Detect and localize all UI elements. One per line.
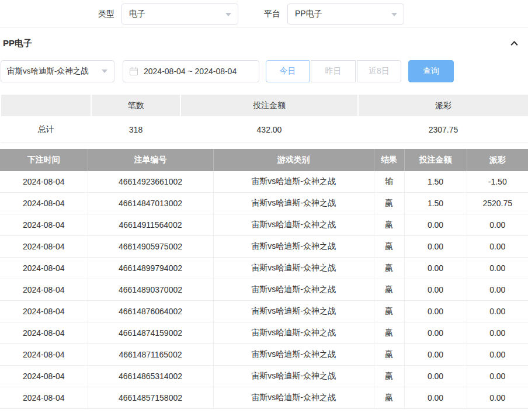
type-select[interactable]: 电子 [121,4,238,25]
payout-cell: 0.00 [467,387,528,409]
bet-time-cell: 2024-08-04 [0,366,88,387]
result-cell: 赢 [374,236,404,258]
summary-header-count: 笔数 [91,95,180,117]
bet-time-cell: 2024-08-04 [0,344,88,366]
chevron-down-icon [391,13,397,16]
table-row: 2024-08-04 46614857158002 宙斯vs哈迪斯-众神之战 赢… [0,387,528,409]
summary-header-row: 笔数 投注金额 派彩 [1,95,528,117]
game-type-cell: 宙斯vs哈迪斯-众神之战 [213,301,374,322]
order-id-cell: 46614847013002 [88,193,213,214]
header-payout: 派彩 [467,149,528,171]
payout-cell: 0.00 [467,344,528,366]
date-range-value: 2024-08-04 ~ 2024-08-04 [144,67,237,76]
game-type-cell: 宙斯vs哈迪斯-众神之战 [213,344,374,366]
result-cell: 赢 [374,279,404,301]
payout-cell: 0.00 [467,214,528,236]
order-id-cell: 46614905975002 [88,236,213,258]
header-game-type: 游戏类别 [213,149,374,171]
bet-amount-cell: 0.00 [404,236,467,258]
type-label: 类型 [98,9,114,19]
game-type-cell: 宙斯vs哈迪斯-众神之战 [213,322,374,344]
bet-time-cell: 2024-08-04 [0,279,88,301]
table-row: 2024-08-04 46614899794002 宙斯vs哈迪斯-众神之战 赢… [0,258,528,279]
table-row: 2024-08-04 46614847013002 宙斯vs哈迪斯-众神之战 赢… [0,193,528,214]
platform-label: 平台 [264,9,280,19]
payout-cell: 0.00 [467,236,528,258]
payout-cell: 0.00 [467,366,528,387]
header-bet-time: 下注时间 [0,149,88,171]
result-cell: 赢 [374,301,404,322]
payout-cell: 2520.75 [467,193,528,214]
last-8-days-button[interactable]: 近8日 [357,60,401,82]
table-row: 2024-08-04 46614876064002 宙斯vs哈迪斯-众神之战 赢… [0,301,528,322]
order-id-cell: 46614923661002 [88,171,213,193]
payout-cell: 0.00 [467,258,528,279]
order-id-cell: 46614899794002 [88,258,213,279]
result-cell: 输 [374,171,404,193]
bet-time-cell: 2024-08-04 [0,258,88,279]
game-type-cell: 宙斯vs哈迪斯-众神之战 [213,236,374,258]
game-type-cell: 宙斯vs哈迪斯-众神之战 [213,366,374,387]
platform-select[interactable]: PP电子 [287,4,404,25]
summary-count-value: 318 [91,117,180,142]
payout-cell: 0.00 [467,279,528,301]
result-cell: 赢 [374,193,404,214]
section-header: PP电子 [0,28,528,59]
order-id-cell: 46614876064002 [88,301,213,322]
header-bet-amount: 投注金额 [404,149,467,171]
game-select[interactable]: 宙斯vs哈迪斯-众神之战 [1,60,114,82]
game-select-value: 宙斯vs哈迪斯-众神之战 [7,66,89,77]
header-order-id: 注单编号 [88,149,213,171]
bet-amount-cell: 1.50 [404,193,467,214]
table-row: 2024-08-04 46614911564002 宙斯vs哈迪斯-众神之战 赢… [0,214,528,236]
query-button[interactable]: 查询 [408,60,454,82]
result-cell: 赢 [374,214,404,236]
bet-amount-cell: 0.00 [404,366,467,387]
bet-amount-cell: 1.50 [404,171,467,193]
bet-time-cell: 2024-08-04 [0,193,88,214]
bet-time-cell: 2024-08-04 [0,322,88,344]
payout-cell: -1.50 [467,171,528,193]
summary-header-payout: 派彩 [358,95,528,117]
date-range-picker[interactable]: 2024-08-04 ~ 2024-08-04 [123,60,259,82]
bet-time-cell: 2024-08-04 [0,214,88,236]
today-button[interactable]: 今日 [266,60,310,82]
bet-time-cell: 2024-08-04 [0,236,88,258]
table-row: 2024-08-04 46614874159002 宙斯vs哈迪斯-众神之战 赢… [0,322,528,344]
result-cell: 赢 [374,387,404,409]
order-id-cell: 46614865314002 [88,366,213,387]
calendar-icon [129,67,138,76]
bet-amount-cell: 0.00 [404,387,467,409]
bet-amount-cell: 0.00 [404,258,467,279]
result-cell: 赢 [374,258,404,279]
order-id-cell: 46614874159002 [88,322,213,344]
chevron-up-icon [509,39,519,48]
type-select-value: 电子 [129,9,145,19]
bet-time-cell: 2024-08-04 [0,387,88,409]
table-row: 2024-08-04 46614871165002 宙斯vs哈迪斯-众神之战 赢… [0,344,528,366]
summary-header-bet-amount: 投注金额 [180,95,358,117]
order-id-cell: 46614857158002 [88,387,213,409]
game-type-cell: 宙斯vs哈迪斯-众神之战 [213,387,374,409]
table-row: 2024-08-04 46614865314002 宙斯vs哈迪斯-众神之战 赢… [0,366,528,387]
platform-select-value: PP电子 [295,9,322,19]
result-cell: 赢 [374,344,404,366]
table-row: 2024-08-04 46614905975002 宙斯vs哈迪斯-众神之战 赢… [0,236,528,258]
game-type-cell: 宙斯vs哈迪斯-众神之战 [213,258,374,279]
bet-amount-cell: 0.00 [404,344,467,366]
section-title: PP电子 [3,38,32,49]
top-filter-bar: 类型 电子 平台 PP电子 [0,0,528,28]
yesterday-button[interactable]: 昨日 [311,60,356,82]
summary-payout-value: 2307.75 [358,117,528,142]
bet-amount-cell: 0.00 [404,214,467,236]
summary-total-row: 总计 318 432.00 2307.75 [1,117,528,142]
game-type-cell: 宙斯vs哈迪斯-众神之战 [213,193,374,214]
summary-table: 笔数 投注金额 派彩 总计 318 432.00 2307.75 [0,95,528,143]
collapse-section-button[interactable] [509,39,519,48]
summary-total-label: 总计 [1,117,91,142]
bet-records-table: 下注时间 注单编号 游戏类别 结果 投注金额 派彩 2024-08-04 466… [0,149,528,409]
result-cell: 赢 [374,322,404,344]
game-type-cell: 宙斯vs哈迪斯-众神之战 [213,214,374,236]
order-id-cell: 46614871165002 [88,344,213,366]
order-id-cell: 46614890370002 [88,279,213,301]
